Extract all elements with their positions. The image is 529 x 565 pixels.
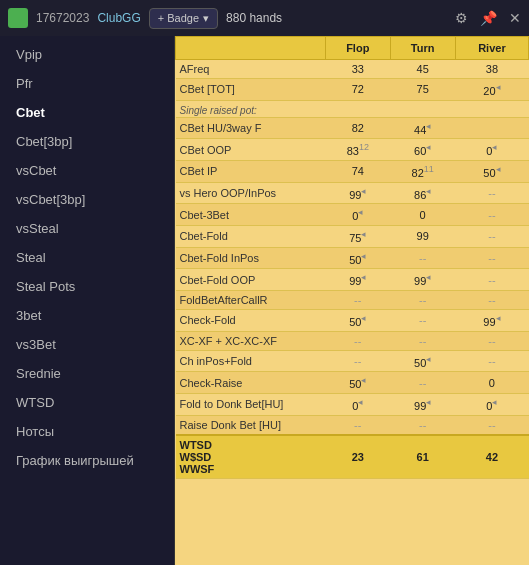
cell-river: 99◂ xyxy=(455,309,528,331)
cell-river: -- xyxy=(455,290,528,309)
row-label: XC-XF + XC-XC-XF xyxy=(176,331,326,350)
cell-river: 0◂ xyxy=(455,139,528,161)
badge-button[interactable]: + Badge ▾ xyxy=(149,8,218,29)
table-row: FoldBetAfterCallR------ xyxy=(176,290,529,309)
main-content: VpipPfrCbetCbet[3bp]vsCbetvsCbet[3bp]vsS… xyxy=(0,36,529,565)
cell-flop: 50◂ xyxy=(326,247,391,269)
cell-river: 38 xyxy=(455,60,528,79)
cell-turn: 50◂ xyxy=(390,350,455,372)
row-label: AFreq xyxy=(176,60,326,79)
cell-turn: 75 xyxy=(390,79,455,101)
cell-flop: 99◂ xyxy=(326,269,391,291)
cell-turn: 99 xyxy=(390,225,455,247)
col-header-flop: Flop xyxy=(326,37,391,60)
sidebar-item-steal[interactable]: Steal xyxy=(0,243,174,272)
cell-flop: -- xyxy=(326,331,391,350)
cell-turn: 60◂ xyxy=(390,139,455,161)
logo-icon xyxy=(8,8,28,28)
table-row: CBet IP74821150◂ xyxy=(176,160,529,182)
cell-turn: -- xyxy=(390,290,455,309)
section-label: Single raised pot: xyxy=(176,100,529,117)
pin-icon[interactable]: 📌 xyxy=(480,10,497,26)
cell-flop: -- xyxy=(326,415,391,435)
cell-flop: 8312 xyxy=(326,139,391,161)
cell-flop: -- xyxy=(326,350,391,372)
footer-value-1: 61 xyxy=(390,435,455,479)
cell-flop: 50◂ xyxy=(326,372,391,394)
row-label: CBet [TOT] xyxy=(176,79,326,101)
data-panel[interactable]: FlopTurnRiverAFreq334538CBet [TOT]727520… xyxy=(175,36,529,565)
row-label: Ch inPos+Fold xyxy=(176,350,326,372)
table-row: CBet OOP831260◂0◂ xyxy=(176,139,529,161)
cell-river: -- xyxy=(455,415,528,435)
topbar: 17672023 ClubGG + Badge ▾ 880 hands ⚙ 📌 … xyxy=(0,0,529,36)
sidebar-item-vscbet[interactable]: vsCbet xyxy=(0,156,174,185)
row-label: CBet IP xyxy=(176,160,326,182)
row-label: vs Hero OOP/InPos xyxy=(176,182,326,204)
cell-river: -- xyxy=(455,350,528,372)
table-row: Check-Raise50◂--0 xyxy=(176,372,529,394)
cell-turn: 8211 xyxy=(390,160,455,182)
cell-flop: 99◂ xyxy=(326,182,391,204)
cell-river: -- xyxy=(455,204,528,226)
sidebar-item-hotsy[interactable]: Нотсы xyxy=(0,417,174,446)
sidebar-item-3bet[interactable]: 3bet xyxy=(0,301,174,330)
cell-river: -- xyxy=(455,247,528,269)
table-row: Ch inPos+Fold--50◂-- xyxy=(176,350,529,372)
sidebar-item-grafik[interactable]: График выигрышей xyxy=(0,446,174,475)
cell-flop: 72 xyxy=(326,79,391,101)
sidebar-item-cbet[interactable]: Cbet xyxy=(0,98,174,127)
cell-river: 20◂ xyxy=(455,79,528,101)
sidebar-item-vs3bet[interactable]: vs3Bet xyxy=(0,330,174,359)
cell-river: 50◂ xyxy=(455,160,528,182)
table-row: CBet [TOT]727520◂ xyxy=(176,79,529,101)
cell-turn: -- xyxy=(390,309,455,331)
row-label: Check-Raise xyxy=(176,372,326,394)
table-row: Cbet-Fold75◂99-- xyxy=(176,225,529,247)
cell-river: -- xyxy=(455,182,528,204)
cell-river: 0◂ xyxy=(455,393,528,415)
cell-turn: -- xyxy=(390,331,455,350)
table-row: Raise Donk Bet [HU]------ xyxy=(176,415,529,435)
sidebar-item-srednie[interactable]: Srednie xyxy=(0,359,174,388)
col-header-turn: Turn xyxy=(390,37,455,60)
user-id: 17672023 xyxy=(36,11,89,25)
cell-river: -- xyxy=(455,225,528,247)
cell-river: -- xyxy=(455,331,528,350)
row-label: Cbet-Fold InPos xyxy=(176,247,326,269)
row-label: Raise Donk Bet [HU] xyxy=(176,415,326,435)
cell-flop: 82 xyxy=(326,117,391,139)
cell-flop: 0◂ xyxy=(326,393,391,415)
cell-turn: 44◂ xyxy=(390,117,455,139)
cell-flop: -- xyxy=(326,290,391,309)
cell-turn: 0 xyxy=(390,204,455,226)
badge-label: + Badge xyxy=(158,12,199,24)
footer-value-0: 23 xyxy=(326,435,391,479)
sidebar-item-cbet3bp[interactable]: Cbet[3bp] xyxy=(0,127,174,156)
table-row: Check-Fold50◂--99◂ xyxy=(176,309,529,331)
row-label: Cbet-3Bet xyxy=(176,204,326,226)
sidebar-item-steal-pots[interactable]: Steal Pots xyxy=(0,272,174,301)
sidebar-item-vscbet3bp[interactable]: vsCbet[3bp] xyxy=(0,185,174,214)
row-label: Cbet-Fold xyxy=(176,225,326,247)
cell-flop: 74 xyxy=(326,160,391,182)
row-label: Fold to Donk Bet[HU] xyxy=(176,393,326,415)
sidebar-item-vssteal[interactable]: vsSteal xyxy=(0,214,174,243)
col-header-river: River xyxy=(455,37,528,60)
settings-icon[interactable]: ⚙ xyxy=(455,10,468,26)
footer-value-2: 42 xyxy=(455,435,528,479)
cell-flop: 0◂ xyxy=(326,204,391,226)
row-label: FoldBetAfterCallR xyxy=(176,290,326,309)
cell-turn: 99◂ xyxy=(390,393,455,415)
sidebar-item-vpip[interactable]: Vpip xyxy=(0,40,174,69)
close-icon[interactable]: ✕ xyxy=(509,10,521,26)
row-label: CBet HU/3way F xyxy=(176,117,326,139)
cell-river: 0 xyxy=(455,372,528,394)
table-row: Fold to Donk Bet[HU]0◂99◂0◂ xyxy=(176,393,529,415)
stats-table: FlopTurnRiverAFreq334538CBet [TOT]727520… xyxy=(175,36,529,479)
sidebar-item-wtsd[interactable]: WTSD xyxy=(0,388,174,417)
cell-turn: -- xyxy=(390,415,455,435)
row-label: Check-Fold xyxy=(176,309,326,331)
sidebar-item-pfr[interactable]: Pfr xyxy=(0,69,174,98)
table-row: XC-XF + XC-XC-XF------ xyxy=(176,331,529,350)
